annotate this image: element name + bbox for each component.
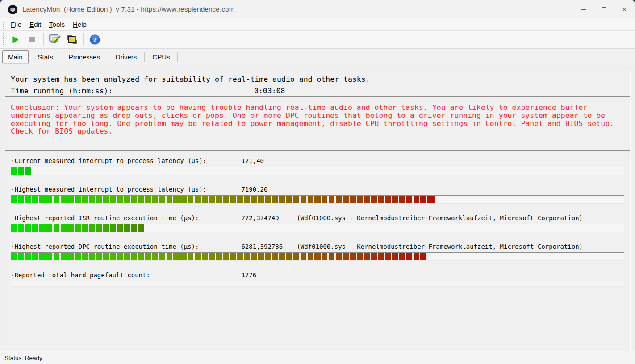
latencymon-window: LatencyMon (Home Edition ) v 7.31 - http… — [0, 0, 635, 364]
summary-line: Your system has been analyzed for suitab… — [11, 74, 624, 85]
latency-bar-fill — [11, 224, 144, 232]
app-icon — [8, 5, 17, 14]
tab-separator — [61, 52, 61, 62]
measurement-extra: (Wdf01000.sys - Kernelmodustreiber-Frame… — [297, 214, 624, 222]
measurement-label: Highest measured interrupt to process la… — [14, 185, 241, 193]
row-bullet: · — [11, 243, 14, 251]
measurements-panel: · Current measured interrupt to process … — [5, 153, 630, 351]
latency-bar-track — [11, 167, 624, 175]
maximize-button[interactable] — [593, 0, 614, 18]
time-running-value: 0:03:08 — [254, 85, 285, 97]
play-icon — [11, 35, 20, 44]
tab-drivers[interactable]: Drivers — [109, 51, 143, 63]
latency-bar-track — [11, 224, 624, 232]
maximize-icon — [602, 7, 606, 12]
menu-bar: File Edit Tools Help — [0, 18, 635, 31]
measurement-label: Current measured interrupt to process la… — [14, 157, 241, 165]
monitor-pen-icon — [49, 34, 61, 46]
toolbar-gripper — [3, 33, 4, 46]
time-running-row: Time running (h:mm:ss): 0:03:08 — [11, 85, 624, 97]
measurement-label: Highest reported DPC routine execution t… — [14, 243, 241, 251]
latency-bar-track — [11, 281, 624, 287]
toolbar-separator — [106, 33, 106, 46]
latency-bar-fill — [11, 167, 31, 175]
conclusion-text: Conclusion: Your system appears to be ha… — [11, 104, 624, 135]
tab-separator — [30, 52, 30, 62]
close-icon: × — [622, 6, 627, 13]
help-icon: ? — [89, 33, 101, 46]
tab-processes[interactable]: Processes — [63, 51, 106, 63]
toolbar: ? — [0, 31, 635, 49]
windows-button[interactable] — [64, 33, 79, 47]
measurement-label: Reported total hard pagefault count: — [14, 271, 241, 279]
svg-text:?: ? — [93, 36, 96, 43]
menu-edit[interactable]: Edit — [25, 19, 45, 29]
minimize-button[interactable] — [573, 0, 593, 18]
start-monitor-button[interactable] — [8, 33, 23, 47]
tab-separator — [144, 52, 145, 62]
toolbar-separator — [43, 33, 44, 46]
latency-bar-track — [11, 252, 624, 261]
toolbar-separator — [83, 33, 84, 46]
tab-cpus[interactable]: CPUs — [146, 51, 176, 63]
status-bar: Status: Ready — [0, 351, 635, 364]
main-panel: Your system has been analyzed for suitab… — [0, 65, 635, 351]
help-button[interactable]: ? — [87, 33, 102, 47]
stop-icon — [29, 36, 36, 43]
latency-bar-fill — [11, 253, 426, 260]
row-bullet: · — [11, 214, 14, 222]
tab-stats[interactable]: Stats — [32, 51, 59, 63]
time-running-label: Time running (h:mm:ss): — [11, 87, 113, 95]
measurement-value: 6281,392786 — [241, 243, 297, 251]
status-text: Status: Ready — [4, 355, 42, 361]
measurement-value: 121,40 — [241, 157, 297, 165]
row-bullet: · — [11, 185, 14, 193]
minimize-icon — [581, 9, 586, 10]
measurement-value: 1776 — [241, 271, 297, 279]
menu-file[interactable]: File — [7, 19, 25, 29]
summary-panel: Your system has been analyzed for suitab… — [5, 71, 630, 97]
menu-tools[interactable]: Tools — [45, 19, 69, 29]
measurement-row-current-latency: · Current measured interrupt to process … — [11, 157, 624, 175]
row-bullet: · — [11, 157, 14, 165]
measurement-label: Highest reported ISR routine execution t… — [14, 214, 241, 222]
measurement-row-pagefaults: · Reported total hard pagefault count: 1… — [11, 271, 624, 287]
measurement-row-highest-latency: · Highest measured interrupt to process … — [11, 185, 624, 204]
row-bullet: · — [11, 271, 14, 279]
measurement-extra: (Wdf01000.sys - Kernelmodustreiber-Frame… — [297, 243, 624, 251]
measurement-row-dpc-time: · Highest reported DPC routine execution… — [11, 243, 624, 261]
stacked-windows-icon — [66, 34, 78, 46]
measurement-value: 772,374749 — [241, 214, 297, 222]
latency-bar-track — [11, 195, 624, 204]
window-title: LatencyMon (Home Edition ) v 7.31 - http… — [22, 5, 235, 13]
tab-separator — [108, 52, 108, 62]
menu-help[interactable]: Help — [69, 19, 91, 29]
tab-separator — [177, 52, 178, 62]
conclusion-panel: Conclusion: Your system appears to be ha… — [5, 100, 630, 151]
measurement-value: 7190,20 — [241, 185, 297, 193]
latency-bar-fill — [11, 196, 435, 203]
close-button[interactable]: × — [614, 0, 635, 18]
tab-bar: Main Stats Processes Drivers CPUs — [0, 49, 635, 65]
title-bar: LatencyMon (Home Edition ) v 7.31 - http… — [0, 0, 635, 18]
menu-gripper — [3, 21, 4, 29]
tab-main[interactable]: Main — [2, 50, 29, 63]
measurement-row-isr-time: · Highest reported ISR routine execution… — [11, 214, 624, 232]
analyze-button[interactable] — [47, 33, 63, 47]
stop-monitor-button[interactable] — [25, 33, 40, 47]
